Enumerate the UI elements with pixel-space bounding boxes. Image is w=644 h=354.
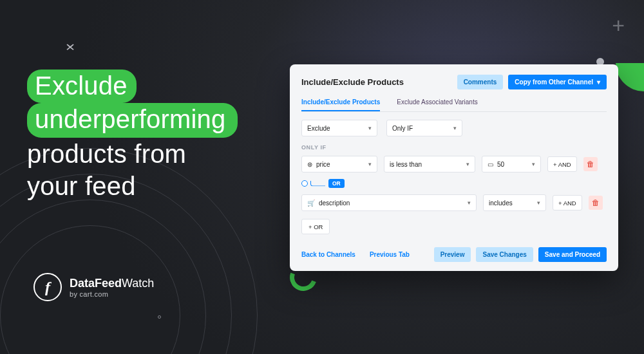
trash-icon: 🗑 xyxy=(587,160,594,169)
condition-row-2: 🛒description includes + AND 🗑 xyxy=(301,194,607,211)
headline-pill-1: Exclude xyxy=(27,70,137,103)
add-and-button[interactable]: + AND xyxy=(553,195,582,210)
rules-panel: Include/Exclude Products Comments Copy f… xyxy=(290,64,618,271)
preview-button[interactable]: Preview xyxy=(434,247,471,262)
value-select[interactable]: ▭50 xyxy=(482,156,541,172)
chevron-down-icon xyxy=(532,161,535,167)
brand-logo: f DataFeedWatch by cart.com xyxy=(33,273,154,301)
tabs: Include/Exclude Products Exclude Associa… xyxy=(301,98,607,112)
headline-line-4: your feed xyxy=(27,172,136,200)
field-select[interactable]: 🛒description xyxy=(301,194,477,211)
previous-tab-link[interactable]: Previous Tab xyxy=(370,251,410,258)
operator-select[interactable]: includes xyxy=(483,194,546,211)
logo-mark: f xyxy=(33,273,62,301)
chevron-down-icon xyxy=(537,200,540,206)
chevron-down-icon xyxy=(368,161,372,167)
tab-exclude-variants[interactable]: Exclude Associated Variants xyxy=(397,98,477,111)
chevron-down-icon xyxy=(466,161,469,167)
trash-icon: 🗑 xyxy=(592,198,600,207)
headline-pill-2: underperforming xyxy=(27,103,238,138)
save-proceed-button[interactable]: Save and Proceed xyxy=(538,247,607,262)
logo-subtext: by cart.com xyxy=(70,290,154,298)
action-select[interactable]: Exclude xyxy=(301,120,377,136)
comments-button[interactable]: Comments xyxy=(457,75,504,89)
chevron-down-icon xyxy=(453,125,457,131)
panel-title: Include/Exclude Products xyxy=(301,77,404,87)
delete-button[interactable]: 🗑 xyxy=(583,157,598,171)
copy-channel-button[interactable]: Copy from Other Channel▾ xyxy=(508,75,607,89)
price-icon: ⊛ xyxy=(307,161,312,168)
save-changes-button[interactable]: Save Changes xyxy=(476,247,533,262)
add-and-button[interactable]: + AND xyxy=(547,156,577,172)
condition-row-1: ⊛price is less than ▭50 + AND 🗑 xyxy=(301,156,607,172)
field-select[interactable]: ⊛price xyxy=(301,156,377,172)
x-decor: ✕ xyxy=(65,41,75,53)
logo-text-thin: Watch xyxy=(122,277,154,290)
scope-select[interactable]: Only IF xyxy=(386,120,462,136)
headline-line-3: products from xyxy=(27,140,186,168)
back-to-channels-link[interactable]: Back to Channels xyxy=(301,251,355,258)
operator-select[interactable]: is less than xyxy=(384,156,475,172)
tab-include-exclude[interactable]: Include/Exclude Products xyxy=(301,98,380,111)
chevron-down-icon xyxy=(468,200,471,206)
headline: Exclude underperforming products from yo… xyxy=(27,70,238,202)
plus-decor: + xyxy=(612,13,625,38)
chevron-down-icon: ▾ xyxy=(597,79,600,86)
add-or-button[interactable]: + OR xyxy=(301,219,330,234)
quarter-circle-decor xyxy=(616,63,644,91)
chevron-down-icon xyxy=(368,125,372,131)
section-label: ONLY IF xyxy=(301,144,607,151)
cart-icon: 🛒 xyxy=(307,200,315,207)
logo-text-bold: DataFeed xyxy=(70,277,122,290)
delete-button[interactable]: 🗑 xyxy=(589,196,603,210)
number-icon: ▭ xyxy=(488,161,493,168)
or-connector: OR xyxy=(328,179,345,188)
